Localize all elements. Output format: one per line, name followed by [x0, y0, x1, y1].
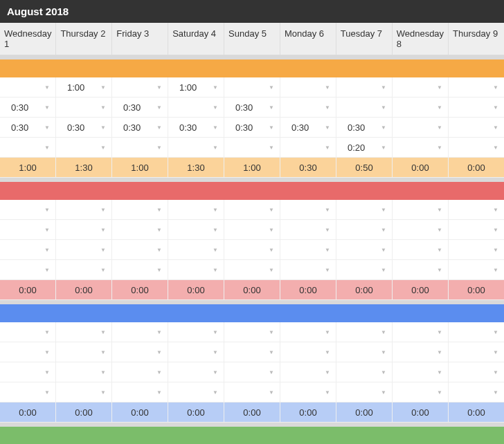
dropdown-caret-icon[interactable]: ▼ [156, 104, 162, 111]
time-cell[interactable]: ▼ [280, 98, 336, 117]
dropdown-caret-icon[interactable]: ▼ [100, 349, 106, 355]
time-cell[interactable]: ▼ [224, 240, 280, 259]
dropdown-caret-icon[interactable]: ▼ [381, 267, 386, 273]
dropdown-caret-icon[interactable]: ▼ [213, 349, 218, 355]
dropdown-caret-icon[interactable]: ▼ [156, 369, 162, 376]
time-cell[interactable]: ▼ [168, 362, 224, 382]
dropdown-caret-icon[interactable]: ▼ [325, 207, 330, 213]
time-cell[interactable]: ▼ [0, 200, 56, 219]
dropdown-caret-icon[interactable]: ▼ [100, 227, 106, 233]
dropdown-caret-icon[interactable]: ▼ [100, 267, 106, 273]
dropdown-caret-icon[interactable]: ▼ [437, 267, 442, 273]
time-cell[interactable]: ▼ [56, 322, 112, 342]
dropdown-caret-icon[interactable]: ▼ [493, 389, 498, 396]
time-cell[interactable]: ▼ [168, 260, 224, 279]
dropdown-caret-icon[interactable]: ▼ [44, 104, 50, 111]
dropdown-caret-icon[interactable]: ▼ [213, 145, 218, 151]
dropdown-caret-icon[interactable]: ▼ [493, 124, 498, 131]
time-cell[interactable]: ▼ [280, 77, 336, 97]
time-cell[interactable]: ▼ [449, 382, 504, 402]
time-cell[interactable]: ▼ [280, 260, 336, 279]
dropdown-caret-icon[interactable]: ▼ [156, 389, 162, 396]
dropdown-caret-icon[interactable]: ▼ [100, 247, 106, 253]
dropdown-caret-icon[interactable]: ▼ [44, 145, 50, 151]
dropdown-caret-icon[interactable]: ▼ [213, 389, 218, 396]
time-cell[interactable]: 0:30▼ [224, 98, 280, 117]
time-cell[interactable]: ▼ [168, 342, 224, 362]
time-cell[interactable]: ▼ [168, 322, 224, 342]
time-cell[interactable]: ▼ [393, 260, 449, 279]
time-cell[interactable]: 0:30▼ [56, 118, 112, 137]
dropdown-caret-icon[interactable]: ▼ [381, 207, 386, 213]
time-cell[interactable]: ▼ [112, 77, 168, 97]
time-cell[interactable]: ▼ [336, 322, 393, 342]
time-cell[interactable]: 0:30▼ [112, 98, 168, 117]
dropdown-caret-icon[interactable]: ▼ [325, 124, 330, 131]
dropdown-caret-icon[interactable]: ▼ [325, 369, 330, 376]
dropdown-caret-icon[interactable]: ▼ [44, 349, 50, 355]
time-cell[interactable]: ▼ [0, 138, 56, 157]
time-cell[interactable]: ▼ [336, 200, 393, 219]
dropdown-caret-icon[interactable]: ▼ [44, 124, 50, 131]
time-cell[interactable]: 0:30▼ [224, 118, 280, 137]
dropdown-caret-icon[interactable]: ▼ [269, 227, 274, 233]
time-cell[interactable]: ▼ [449, 200, 504, 219]
dropdown-caret-icon[interactable]: ▼ [381, 104, 386, 111]
time-cell[interactable]: ▼ [336, 362, 393, 382]
dropdown-caret-icon[interactable]: ▼ [100, 104, 106, 111]
time-cell[interactable]: ▼ [336, 98, 393, 117]
time-cell[interactable]: 1:00▼ [56, 77, 112, 97]
dropdown-caret-icon[interactable]: ▼ [437, 104, 442, 111]
dropdown-caret-icon[interactable]: ▼ [269, 104, 274, 111]
dropdown-caret-icon[interactable]: ▼ [100, 84, 106, 91]
time-cell[interactable]: ▼ [336, 382, 393, 402]
time-cell[interactable]: ▼ [393, 220, 449, 239]
dropdown-caret-icon[interactable]: ▼ [44, 227, 50, 233]
time-cell[interactable]: ▼ [112, 240, 168, 259]
time-cell[interactable]: ▼ [168, 220, 224, 239]
dropdown-caret-icon[interactable]: ▼ [381, 227, 386, 233]
time-cell[interactable]: ▼ [224, 362, 280, 382]
time-cell[interactable]: ▼ [56, 200, 112, 219]
dropdown-caret-icon[interactable]: ▼ [213, 104, 218, 111]
time-cell[interactable]: ▼ [280, 382, 336, 402]
time-cell[interactable]: ▼ [393, 322, 449, 342]
dropdown-caret-icon[interactable]: ▼ [213, 84, 218, 91]
dropdown-caret-icon[interactable]: ▼ [325, 267, 330, 273]
time-cell[interactable]: ▼ [112, 342, 168, 362]
dropdown-caret-icon[interactable]: ▼ [44, 247, 50, 253]
dropdown-caret-icon[interactable]: ▼ [493, 207, 498, 213]
time-cell[interactable]: ▼ [280, 240, 336, 259]
time-cell[interactable]: ▼ [449, 220, 504, 239]
time-cell[interactable]: ▼ [112, 138, 168, 157]
time-cell[interactable]: ▼ [56, 342, 112, 362]
time-cell[interactable]: ▼ [336, 260, 393, 279]
dropdown-caret-icon[interactable]: ▼ [493, 349, 498, 355]
time-cell[interactable]: ▼ [449, 77, 504, 97]
dropdown-caret-icon[interactable]: ▼ [325, 145, 330, 151]
time-cell[interactable]: ▼ [393, 240, 449, 259]
dropdown-caret-icon[interactable]: ▼ [213, 329, 218, 335]
dropdown-caret-icon[interactable]: ▼ [156, 247, 162, 253]
time-cell[interactable]: ▼ [168, 240, 224, 259]
dropdown-caret-icon[interactable]: ▼ [381, 369, 386, 376]
time-cell[interactable]: ▼ [112, 200, 168, 219]
time-cell[interactable]: ▼ [112, 322, 168, 342]
time-cell[interactable]: ▼ [449, 138, 504, 157]
time-cell[interactable]: ▼ [393, 98, 449, 117]
dropdown-caret-icon[interactable]: ▼ [381, 389, 386, 396]
dropdown-caret-icon[interactable]: ▼ [213, 247, 218, 253]
time-cell[interactable]: ▼ [56, 138, 112, 157]
time-cell[interactable]: ▼ [393, 118, 449, 137]
dropdown-caret-icon[interactable]: ▼ [437, 145, 442, 151]
dropdown-caret-icon[interactable]: ▼ [493, 84, 498, 91]
time-cell[interactable]: ▼ [224, 138, 280, 157]
time-cell[interactable]: ▼ [168, 98, 224, 117]
time-cell[interactable]: 0:30▼ [168, 118, 224, 137]
time-cell[interactable]: 0:30▼ [336, 118, 393, 137]
time-cell[interactable]: ▼ [393, 77, 449, 97]
time-cell[interactable]: ▼ [56, 260, 112, 279]
time-cell[interactable]: ▼ [168, 200, 224, 219]
dropdown-caret-icon[interactable]: ▼ [269, 349, 274, 355]
time-cell[interactable]: ▼ [224, 322, 280, 342]
